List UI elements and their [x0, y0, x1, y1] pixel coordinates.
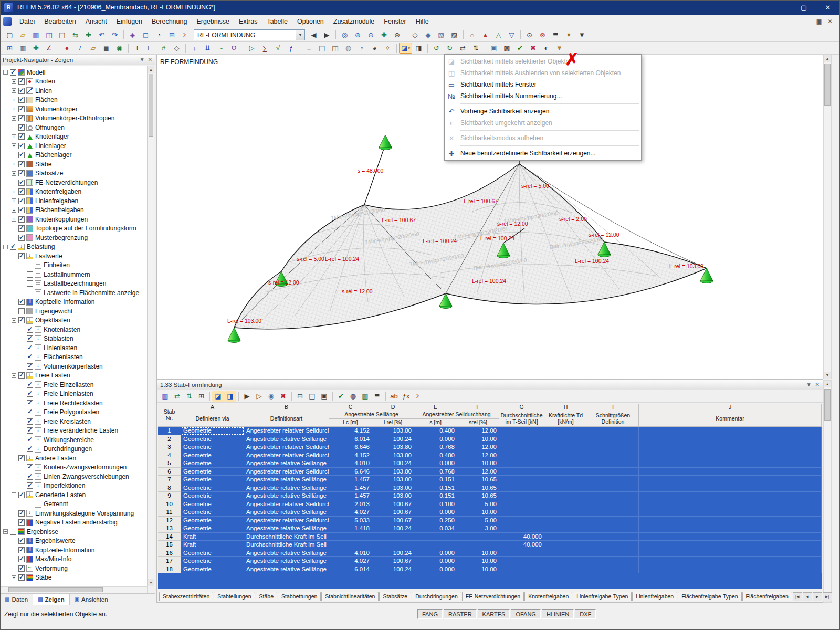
visibility-checkbox[interactable]	[27, 437, 33, 443]
pin-icon[interactable]: ▼	[806, 382, 812, 387]
shaded-view-icon[interactable]: ▧	[435, 29, 448, 40]
cell-srel[interactable]: 10.00	[457, 508, 499, 517]
tree-item[interactable]: +Flächenfreigaben	[1, 206, 147, 215]
insert-row-icon[interactable]: ⊞	[195, 391, 207, 402]
expand-toggle-icon[interactable]: −	[12, 254, 16, 258]
status-toggle-dxf[interactable]: DXF	[575, 609, 596, 619]
cell-kraftdichte[interactable]	[544, 492, 587, 500]
scrollbar-thumb[interactable]	[824, 64, 831, 106]
cell-kraft[interactable]	[499, 492, 544, 500]
expand-toggle-icon[interactable]: +	[12, 116, 16, 121]
cell-srel[interactable]: 10.65	[457, 492, 499, 500]
tree-item[interactable]: −Objektlasten	[1, 316, 147, 326]
cell-srel[interactable]: 10.65	[457, 484, 499, 492]
cell-s[interactable]: 0.768	[414, 468, 457, 476]
solid-tool-icon[interactable]: ◼	[100, 43, 113, 54]
select-columns-icon[interactable]: ◨	[224, 391, 236, 402]
line-tool-icon[interactable]: /	[74, 43, 87, 54]
cell-kommentar[interactable]	[639, 533, 822, 541]
tree-item[interactable]: −Belastung	[1, 243, 147, 252]
table-row[interactable]: 2GeometrieAngestrebte relative Seillänge…	[158, 435, 822, 444]
cell-srel[interactable]: 5.00	[457, 500, 499, 509]
expand-toggle-icon[interactable]: +	[12, 79, 16, 84]
cell-kommentar[interactable]	[639, 476, 822, 484]
visibility-checkbox[interactable]	[18, 124, 25, 131]
snap-grid-icon[interactable]: ⊞	[3, 43, 16, 54]
cell-kraftdichte[interactable]	[544, 517, 587, 525]
table-row[interactable]: 5GeometrieAngestrebte relative Seillänge…	[158, 459, 822, 468]
row-number[interactable]: 11	[158, 508, 181, 517]
remove-row-icon[interactable]: ⊟	[294, 391, 306, 402]
cell-kraft[interactable]	[499, 443, 544, 452]
minimize-button[interactable]: —	[768, 0, 792, 15]
cell-schnittgroessen[interactable]	[587, 508, 639, 517]
cell-schnittgroessen[interactable]	[587, 452, 639, 460]
cell-lc[interactable]: 4.010	[329, 459, 372, 468]
visibility-checkbox[interactable]	[27, 262, 33, 268]
cell-definieren-via[interactable]: Geometrie	[181, 468, 244, 476]
visibility-checkbox[interactable]	[18, 455, 25, 461]
cell-srel[interactable]: 10.00	[457, 459, 499, 468]
cell-kommentar[interactable]	[639, 443, 822, 452]
zoom-out-icon[interactable]: ⊖	[364, 29, 377, 40]
cell-srel[interactable]: 12.00	[457, 443, 499, 452]
cell-definieren-via[interactable]: Kraft	[181, 541, 244, 549]
table-sync-icon[interactable]: ⇄	[171, 391, 183, 402]
cell-s[interactable]: 0.768	[414, 443, 457, 452]
cell-schnittgroessen[interactable]	[587, 565, 639, 574]
close-panel-icon[interactable]: ✕	[148, 57, 152, 62]
tree-item[interactable]: Einheiten	[1, 261, 147, 270]
cell-srel[interactable]: 3.00	[457, 524, 499, 533]
prev-loadcase-icon[interactable]: ◀	[307, 29, 320, 40]
cell-s[interactable]: 0.151	[414, 484, 457, 492]
table-tab[interactable]: Stabnichtlinearitäten	[321, 592, 379, 601]
visibility-checkbox[interactable]	[18, 143, 25, 149]
column-letter[interactable]: B	[244, 404, 329, 411]
cell-lrel[interactable]: 100.24	[372, 565, 414, 574]
partial-view-icon[interactable]: ◨	[412, 43, 425, 54]
cell-lc[interactable]: 1.457	[329, 476, 372, 484]
status-toggle-raster[interactable]: RASTER	[444, 609, 477, 619]
tree-item[interactable]: +Stäbe	[1, 160, 147, 169]
visibility-checkbox[interactable]	[18, 225, 25, 232]
cell-schnittgroessen[interactable]	[587, 476, 639, 484]
apply-table-icon[interactable]: ✔	[335, 391, 347, 402]
rotate-view-icon[interactable]: ⊙	[523, 29, 536, 40]
cell-definitionsart[interactable]: Angestrebte relative Seillänge	[244, 484, 329, 492]
tree-item[interactable]: −Freie Lasten	[1, 371, 147, 381]
cell-definitionsart[interactable]: Angestrebter relativer Seildurchh	[244, 517, 329, 525]
scroll-down-icon[interactable]: ▼	[148, 579, 154, 586]
menu-item[interactable]: Einfügen	[112, 16, 147, 27]
viewport-vertical-scrollbar[interactable]: ▲ ▼	[823, 55, 832, 379]
row-number[interactable]: 18	[158, 565, 181, 574]
cell-lc[interactable]	[329, 541, 372, 549]
flip-view-icon[interactable]: ⇅	[469, 43, 482, 54]
cell-kraftdichte[interactable]	[544, 484, 587, 492]
cell-definieren-via[interactable]: Geometrie	[181, 508, 244, 517]
cell-lrel[interactable]: 100.67	[372, 508, 414, 517]
visibility-checkbox[interactable]	[18, 106, 25, 112]
visibility-checkbox[interactable]	[18, 78, 25, 85]
visibility-checkbox[interactable]	[27, 327, 33, 333]
tab-nav-button[interactable]: ▶|	[823, 592, 832, 601]
table-row[interactable]: 16GeometrieAngestrebte relative Seilläng…	[158, 549, 822, 558]
table-row[interactable]: 4GeometrieAngestrebter relativer Seildur…	[158, 452, 822, 460]
tree-item[interactable]: Freie Kreislasten	[1, 417, 147, 426]
cell-lrel[interactable]: 103.00	[372, 484, 414, 492]
visibility-checkbox[interactable]	[27, 501, 33, 507]
support-tool-icon[interactable]: ◉	[113, 43, 126, 54]
cell-kraftdichte[interactable]	[544, 468, 587, 476]
results-icon[interactable]: ∑	[258, 43, 271, 54]
formula-icon[interactable]: ƒx	[400, 391, 412, 402]
cell-lc[interactable]: 4.010	[329, 549, 372, 558]
cell-s[interactable]: 0.000	[414, 549, 457, 558]
column-letter[interactable]: D	[372, 404, 414, 411]
row-number[interactable]: 12	[158, 517, 181, 525]
cell-srel[interactable]: 12.00	[457, 468, 499, 476]
cell-s[interactable]: 0.000	[414, 508, 457, 517]
sum-icon[interactable]: Σ	[412, 391, 424, 402]
cell-kraft[interactable]	[499, 476, 544, 484]
cell-lc[interactable]: 6.646	[329, 443, 372, 452]
expand-toggle-icon[interactable]: −	[3, 529, 8, 534]
table-tab[interactable]: Stabsätze	[379, 592, 411, 601]
